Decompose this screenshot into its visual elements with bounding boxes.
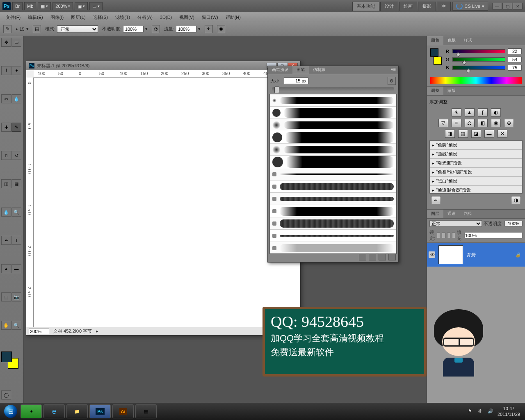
brush-presets-tab[interactable]: 画笔预设 bbox=[268, 66, 292, 74]
magic-wand-tool[interactable]: ✦ bbox=[11, 66, 21, 75]
status-menu-arrow[interactable]: ▸ bbox=[96, 329, 98, 334]
preset-item[interactable]: "通道混合器"预设 bbox=[430, 186, 522, 194]
marquee-tool[interactable]: ▭ bbox=[11, 38, 21, 47]
paths-tab[interactable]: 路径 bbox=[460, 210, 476, 218]
clone-source-tab[interactable]: 仿制源 bbox=[309, 66, 329, 74]
foreground-color[interactable] bbox=[1, 352, 12, 362]
3d-tool[interactable]: ⬚ bbox=[1, 292, 11, 301]
horizontal-ruler[interactable]: 10050050100150200250300350400450 bbox=[34, 70, 300, 78]
blur-tool[interactable]: 💧 bbox=[1, 208, 11, 217]
brush-preset-item[interactable] bbox=[270, 94, 396, 107]
adjustments-tab[interactable]: 调整 bbox=[427, 87, 443, 95]
black-white-icon[interactable]: ◧ bbox=[478, 119, 488, 127]
lock-transparency-icon[interactable] bbox=[437, 233, 440, 238]
panel-bg-color[interactable] bbox=[434, 57, 442, 65]
taskbar-explorer[interactable]: 📁 bbox=[66, 404, 88, 418]
menu-3d[interactable]: 3D(D) bbox=[157, 14, 175, 21]
brush-preset-item[interactable] bbox=[270, 205, 396, 217]
panel-menu-icon[interactable]: ▾≡ bbox=[388, 66, 398, 74]
taskbar-ie[interactable]: e bbox=[43, 404, 65, 418]
layer-name[interactable]: 背景 bbox=[466, 252, 475, 258]
opacity-input[interactable] bbox=[123, 26, 144, 32]
layer-visibility-icon[interactable]: 👁 bbox=[429, 251, 435, 258]
r-input[interactable] bbox=[508, 48, 522, 54]
color-wells[interactable] bbox=[1, 352, 18, 369]
preset-item[interactable]: "曝光度"预设 bbox=[430, 159, 522, 168]
preset-item[interactable]: "曲线"预设 bbox=[430, 150, 522, 159]
brush-preset-item[interactable] bbox=[270, 242, 396, 254]
lock-all-icon[interactable] bbox=[452, 233, 455, 238]
taskbar-photoshop[interactable]: Ps bbox=[89, 404, 111, 418]
r-slider[interactable] bbox=[452, 49, 505, 53]
menu-edit[interactable]: 编辑(E) bbox=[25, 14, 46, 21]
invert-icon[interactable]: ◨ bbox=[445, 130, 455, 138]
brush-size-input[interactable] bbox=[284, 78, 308, 84]
menu-help[interactable]: 帮助(H) bbox=[222, 14, 244, 21]
menu-view[interactable]: 视图(V) bbox=[176, 14, 198, 21]
brush-preset-item[interactable] bbox=[270, 230, 396, 242]
delete-brush-icon[interactable] bbox=[388, 254, 396, 260]
menu-analysis[interactable]: 分析(A) bbox=[134, 14, 156, 21]
workspace-tab-design[interactable]: 设计 bbox=[380, 2, 398, 11]
menu-select[interactable]: 选择(S) bbox=[90, 14, 112, 21]
blend-mode-select[interactable]: 正常 bbox=[57, 25, 98, 33]
document-title-bar[interactable]: Ps 未标题-1 @ 200%(RGB/8) — ▢ ✕ bbox=[26, 61, 300, 70]
brightness-contrast-icon[interactable]: ☀ bbox=[452, 108, 461, 116]
brush-list[interactable] bbox=[269, 94, 397, 254]
tray-volume-icon[interactable]: 🔊 bbox=[488, 409, 493, 414]
preset-item[interactable]: "色阶"预设 bbox=[430, 141, 522, 150]
start-button[interactable]: ⊞ bbox=[2, 403, 19, 420]
bridge-button[interactable]: Br bbox=[12, 2, 23, 10]
vertical-ruler[interactable]: 05 01 0 01 5 02 0 02 5 0 bbox=[26, 78, 34, 335]
new-preset-icon[interactable] bbox=[379, 254, 386, 260]
workspace-tab-painting[interactable]: 绘画 bbox=[399, 2, 417, 11]
current-tool-icon[interactable]: ✎ bbox=[3, 25, 11, 33]
workspace-more-button[interactable]: ≫ bbox=[437, 2, 451, 11]
preset-item[interactable]: "黑白"预设 bbox=[430, 177, 522, 186]
size-pressure-toggle[interactable]: ◉ bbox=[217, 25, 225, 33]
g-input[interactable] bbox=[508, 57, 522, 62]
mini-bridge-button[interactable]: Mb bbox=[24, 2, 36, 10]
3d-camera-tool[interactable]: 📷 bbox=[11, 292, 21, 301]
maximize-button[interactable]: ▢ bbox=[502, 3, 512, 9]
path-selection-tool[interactable]: ▲ bbox=[1, 264, 11, 273]
type-tool[interactable]: T bbox=[11, 236, 21, 245]
hand-tool[interactable]: ✋ bbox=[1, 321, 11, 330]
taskbar-illustrator[interactable]: Ai bbox=[112, 404, 134, 418]
workspace-tab-essentials[interactable]: 基本功能 bbox=[352, 2, 379, 11]
brush-preset-picker[interactable]: ●15▾ bbox=[16, 26, 29, 32]
threshold-icon[interactable]: ◪ bbox=[471, 130, 481, 138]
workspace-tab-photography[interactable]: 摄影 bbox=[418, 2, 436, 11]
background-layer-item[interactable]: 👁 背景 🔒 bbox=[427, 243, 525, 267]
lasso-tool[interactable]: ⌇ bbox=[1, 66, 11, 75]
levels-icon[interactable]: ▲ bbox=[465, 108, 475, 116]
color-balance-icon[interactable]: ⚖ bbox=[465, 119, 475, 127]
move-tool[interactable]: ✥ bbox=[1, 38, 11, 47]
photo-filter-icon[interactable]: ◉ bbox=[491, 119, 501, 127]
curves-icon[interactable]: ∫ bbox=[478, 108, 488, 116]
close-button[interactable]: ✕ bbox=[513, 3, 523, 9]
menu-layer[interactable]: 图层(L) bbox=[68, 14, 89, 21]
brush-preset-item[interactable] bbox=[270, 119, 396, 131]
layer-thumbnail[interactable] bbox=[438, 245, 463, 264]
b-slider[interactable] bbox=[452, 66, 505, 70]
eyedropper-tool[interactable]: 💧 bbox=[11, 94, 21, 103]
brush-preset-item[interactable] bbox=[270, 156, 396, 168]
posterize-icon[interactable]: ▨ bbox=[458, 130, 468, 138]
taskbar-clock[interactable]: 10:47 2011/11/29 bbox=[498, 406, 520, 418]
channel-mixer-icon[interactable]: ⊕ bbox=[504, 119, 514, 127]
layer-blend-mode-select[interactable]: 正常 bbox=[429, 220, 482, 227]
brush-preset-item[interactable] bbox=[270, 217, 396, 230]
quick-mask-toggle[interactable]: ◯ bbox=[1, 390, 11, 399]
zoom-tool[interactable]: 🔍 bbox=[11, 321, 21, 330]
exposure-icon[interactable]: ◐ bbox=[491, 108, 501, 116]
fill-input[interactable] bbox=[464, 232, 523, 239]
brush-toggle-icon[interactable] bbox=[359, 254, 366, 260]
shape-tool[interactable]: ▬ bbox=[11, 264, 21, 273]
view-extras-dropdown[interactable]: ▦ bbox=[38, 2, 51, 10]
cs-live-button[interactable]: CS Live▾ bbox=[452, 2, 488, 11]
stamp-tool[interactable]: ⎍ bbox=[1, 151, 11, 160]
brush-preset-item[interactable] bbox=[270, 180, 396, 193]
crop-tool[interactable]: ✂ bbox=[1, 94, 11, 103]
menu-filter[interactable]: 滤镜(T) bbox=[112, 14, 133, 21]
